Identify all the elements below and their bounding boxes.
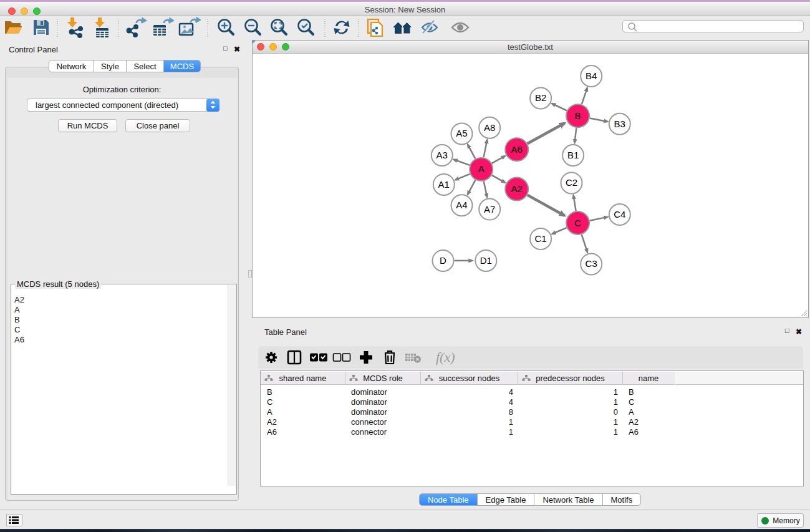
svg-text:A8: A8 xyxy=(484,122,495,133)
svg-text:A4: A4 xyxy=(456,200,467,210)
svg-text:D1: D1 xyxy=(480,255,492,266)
svg-text:C1: C1 xyxy=(535,233,547,244)
svg-text:B1: B1 xyxy=(567,150,579,160)
svg-text:f(x): f(x) xyxy=(436,349,455,365)
svg-text:C2: C2 xyxy=(566,177,577,188)
svg-text:C3: C3 xyxy=(586,258,597,269)
svg-text:B3: B3 xyxy=(614,118,625,129)
svg-text:A: A xyxy=(478,163,485,174)
svg-text:A5: A5 xyxy=(456,128,467,138)
svg-text:B: B xyxy=(575,110,581,121)
svg-text:B4: B4 xyxy=(586,70,597,81)
svg-text:D: D xyxy=(440,255,446,266)
svg-text:C4: C4 xyxy=(614,209,625,220)
svg-text:B2: B2 xyxy=(535,92,546,103)
svg-text:A7: A7 xyxy=(484,204,495,215)
svg-text:C: C xyxy=(574,218,581,228)
svg-text:A1: A1 xyxy=(438,179,450,190)
svg-text:A3: A3 xyxy=(436,150,448,160)
svg-text:A6: A6 xyxy=(511,144,523,155)
svg-text:A2: A2 xyxy=(511,183,523,194)
